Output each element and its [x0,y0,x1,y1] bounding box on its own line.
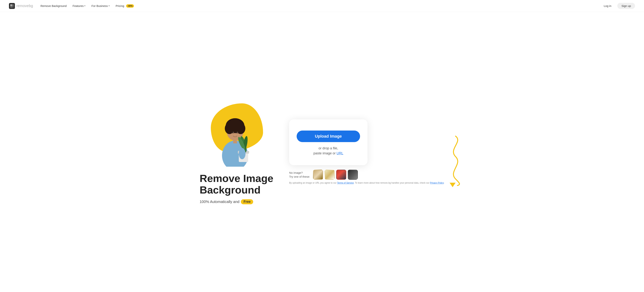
upload-card: Upload Image or drop a file, paste image… [289,119,368,165]
nav-pricing[interactable]: Pricing -40% [116,4,134,8]
upload-image-button[interactable]: Upload Image [297,131,360,142]
drop-text: or drop a file, paste image or URL [314,146,343,156]
hero-right: Upload Image or drop a file, paste image… [289,119,444,184]
svg-point-9 [228,118,242,129]
features-chevron-icon: ▾ [84,5,86,7]
sample-thumbs [313,170,358,180]
logo-icon [9,3,15,9]
hero-person-image [214,107,256,167]
nav-right: Log in Sign up [601,3,635,9]
privacy-link[interactable]: Privacy Policy [430,182,444,184]
paste-text: paste image or [314,151,336,155]
no-image-label: No image?Try one of these: [289,171,310,179]
hero-image-area [200,100,274,167]
svg-point-15 [239,148,246,159]
logo[interactable]: removebg [9,3,33,9]
svg-point-19 [236,132,238,133]
logo-wordmark: removebg [16,4,33,8]
sample-thumb-2[interactable] [324,170,335,180]
business-chevron-icon: ▾ [108,5,110,7]
svg-rect-0 [10,4,12,6]
svg-point-18 [232,132,234,133]
hero-title: Remove Image Background [200,173,274,195]
svg-rect-2 [10,6,12,7]
nav-left: removebg Remove Background Features ▾ Fo… [9,3,134,9]
terms-link[interactable]: Terms of Service [337,182,354,184]
triangle-decoration [450,183,456,187]
nav-features[interactable]: Features ▾ [72,4,86,7]
svg-rect-1 [12,4,14,6]
svg-rect-3 [12,6,14,7]
hero-left: Remove Image Background 100% Automatical… [200,100,274,204]
free-badge: Free [241,199,253,204]
signup-button[interactable]: Sign up [617,3,635,9]
sample-section: No image?Try one of these: [289,170,444,180]
nav-for-business[interactable]: For Business ▾ [92,4,110,7]
navbar: removebg Remove Background Features ▾ Fo… [0,0,644,12]
hero-subtitle: 100% Automatically and Free [200,199,274,204]
sample-thumb-1[interactable] [313,170,323,180]
nav-remove-bg[interactable]: Remove Background [40,4,66,7]
url-link[interactable]: URL [336,151,343,155]
nav-links: Remove Background Features ▾ For Busines… [40,4,134,8]
svg-rect-20 [233,139,237,144]
squiggle-decoration [444,134,467,186]
legal-text: By uploading an image or URL you agree t… [289,181,444,184]
sample-thumb-3[interactable] [336,170,346,180]
hero-section: Remove Image Background 100% Automatical… [0,12,644,292]
sample-thumb-4[interactable] [348,170,358,180]
login-button[interactable]: Log in [601,3,614,9]
pricing-discount-badge: -40% [126,4,134,8]
